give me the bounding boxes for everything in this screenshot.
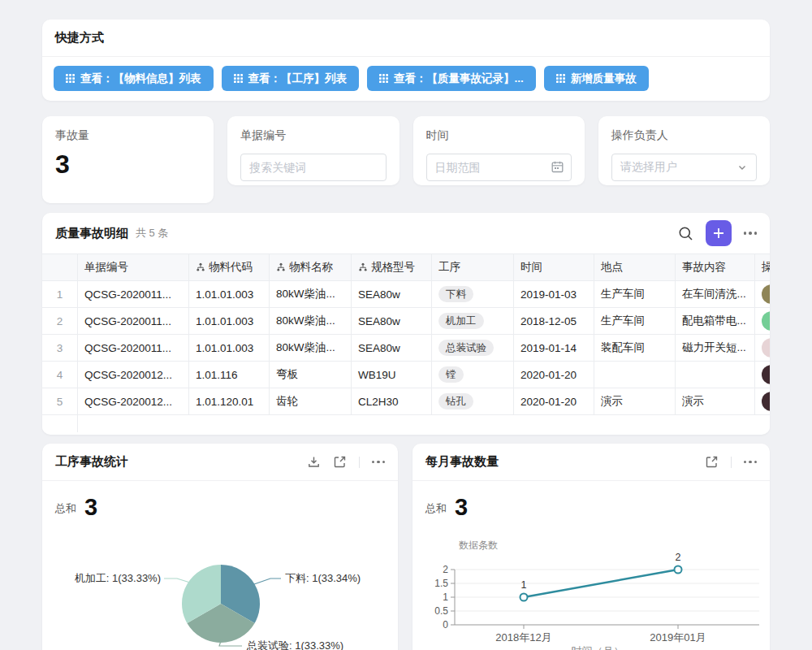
process-stats-more-button[interactable] — [372, 461, 386, 464]
cell-place — [594, 362, 676, 388]
cell-row-number: 3 — [42, 335, 78, 361]
cell-process: 镗 — [432, 362, 514, 388]
cell-owner — [755, 308, 770, 334]
shortcuts-card: 快捷方式 查看：【物料信息】列表 查看：【工序】列表 查看：【质量事故记录】..… — [42, 20, 770, 101]
cell-spec-model: WB19U — [352, 362, 432, 388]
table-row[interactable]: 3 QCSG-2020011... 1.01.01.003 80kW柴油... … — [42, 335, 770, 362]
time-label: 时间 — [426, 128, 572, 143]
cell-material-code: 1.01.01.003 — [189, 308, 270, 334]
process-tag: 机加工 — [438, 313, 484, 330]
avatar[interactable] — [762, 338, 770, 358]
user-select[interactable]: 请选择用户 — [611, 154, 757, 181]
col-material-code: 物料代码 — [189, 254, 270, 280]
total-label: 总和 — [425, 501, 447, 519]
table-header-row: 单据编号 物料代码 物料名称 规格型号 工序 时间 地点 — [42, 254, 770, 281]
button-label: 新增质量事故 — [571, 72, 637, 86]
expand-button[interactable] — [333, 455, 347, 469]
table-row[interactable]: 4 QCSG-2020012... 1.01.116 弯板 WB19U 镗 20… — [42, 362, 770, 388]
col-label: 时间 — [520, 260, 542, 275]
x-axis-title: 时间（月） — [572, 645, 624, 650]
chevron-down-icon — [736, 162, 748, 173]
search-icon — [678, 226, 693, 241]
y-tick: 0.5 — [434, 605, 448, 617]
incident-table: 单据编号 物料代码 物料名称 规格型号 工序 时间 地点 — [42, 254, 770, 432]
record-count: 共 5 条 — [136, 226, 168, 240]
monthly-more-button[interactable] — [744, 461, 758, 464]
expand-button[interactable] — [705, 455, 719, 469]
grid-icon — [66, 74, 75, 83]
cell-owner — [755, 362, 770, 388]
monthly-count-title: 每月事故数量 — [425, 454, 499, 470]
y-tick: 2 — [443, 564, 448, 575]
plus-icon — [712, 227, 725, 240]
cell-doc-number: QCSG-2020011... — [78, 335, 189, 361]
monthly-line-chart: 数据条数 2 1.5 1 0.5 0 1 2 2018年12月 20 — [412, 526, 770, 650]
cell-incident-content — [676, 362, 755, 388]
cell-spec-model: CL2H30 — [352, 388, 432, 414]
button-label: 查看：【质量事故记录】... — [394, 72, 524, 86]
table-row[interactable]: 5 QCSG-2020012... 1.01.120.01 齿轮 CL2H30 … — [42, 388, 770, 415]
process-total-row: 总和 3 — [42, 481, 398, 519]
table-row[interactable]: 2 QCSG-2020011... 1.01.01.003 80kW柴油... … — [42, 308, 770, 335]
button-label: 查看：【物料信息】列表 — [80, 72, 201, 86]
relation-icon — [196, 262, 205, 272]
cell-doc-number: QCSG-2020012... — [78, 362, 189, 388]
avatar[interactable] — [762, 311, 770, 331]
cell-row-number: 5 — [42, 388, 78, 414]
pie-label-jijiagong: 机加工: 1(33.33%) — [75, 572, 161, 584]
monthly-total-row: 总和 3 — [412, 481, 770, 519]
more-icon — [744, 232, 758, 235]
y-tick: 1 — [443, 592, 448, 603]
col-owner: 操作负责人 — [755, 254, 770, 280]
calendar-icon — [551, 160, 564, 174]
avatar[interactable] — [762, 365, 770, 384]
col-label: 物料名称 — [289, 260, 333, 275]
cell-incident-content: 演示 — [676, 388, 755, 414]
cell-process: 下料 — [432, 281, 514, 307]
doc-number-label: 单据编号 — [240, 128, 386, 143]
cell-material-name: 80kW柴油... — [270, 335, 352, 361]
cell-material-code: 1.01.116 — [189, 362, 270, 388]
table-more-button[interactable] — [744, 232, 758, 235]
col-doc-number: 单据编号 — [78, 254, 189, 280]
cell-incident-content: 配电箱带电... — [676, 308, 755, 334]
callout-line-right — [254, 578, 281, 584]
avatar[interactable] — [762, 392, 770, 411]
process-tag: 镗 — [438, 366, 464, 384]
search-button[interactable] — [678, 226, 693, 241]
monthly-count-card: 每月事故数量 总和 3 数据条数 — [412, 444, 770, 650]
total-label: 总和 — [55, 501, 76, 519]
table-empty-row — [42, 415, 770, 432]
incident-table-card: 质量事故明细 共 5 条 — [42, 213, 770, 435]
relation-icon — [276, 262, 286, 272]
new-quality-incident-button[interactable]: 新增质量事故 — [544, 66, 649, 91]
col-label: 物料代码 — [209, 260, 253, 275]
pie-label-zongzhuang: 总装试验: 1(33.33%) — [246, 639, 343, 650]
cell-process: 机加工 — [432, 308, 514, 334]
view-material-list-button[interactable]: 查看：【物料信息】列表 — [54, 66, 214, 91]
filter-row: 事故量 3 单据编号 时间 操作负责人 — [42, 116, 770, 203]
cell-material-code: 1.01.01.003 — [189, 281, 270, 307]
table-row[interactable]: 1 QCSG-2020011... 1.01.01.003 80kW柴油... … — [42, 281, 770, 308]
table-scroll-area[interactable]: 单据编号 物料代码 物料名称 规格型号 工序 时间 地点 — [42, 254, 770, 432]
download-button[interactable] — [307, 455, 321, 469]
view-process-list-button[interactable]: 查看：【工序】列表 — [222, 66, 360, 91]
cell-time: 2019-01-14 — [514, 335, 594, 361]
avatar[interactable] — [762, 284, 770, 304]
cell-row-number: 2 — [42, 308, 78, 334]
y-tick: 1.5 — [434, 578, 448, 589]
monthly-count-header: 每月事故数量 — [412, 444, 770, 481]
col-label: 事故内容 — [682, 260, 726, 275]
doc-number-search-input[interactable] — [240, 154, 386, 181]
view-quality-records-button[interactable]: 查看：【质量事故记录】... — [367, 66, 536, 91]
shortcuts-title: 快捷方式 — [55, 30, 104, 46]
point-label: 1 — [521, 579, 527, 591]
cell-process: 总装试验 — [432, 335, 514, 361]
cell-owner — [755, 335, 770, 361]
cell-place: 生产车间 — [594, 308, 676, 334]
add-record-button[interactable] — [706, 220, 732, 246]
more-icon — [744, 461, 758, 464]
open-in-new-icon — [705, 455, 719, 469]
col-label: 地点 — [601, 260, 623, 275]
incident-count-value: 3 — [55, 151, 201, 177]
